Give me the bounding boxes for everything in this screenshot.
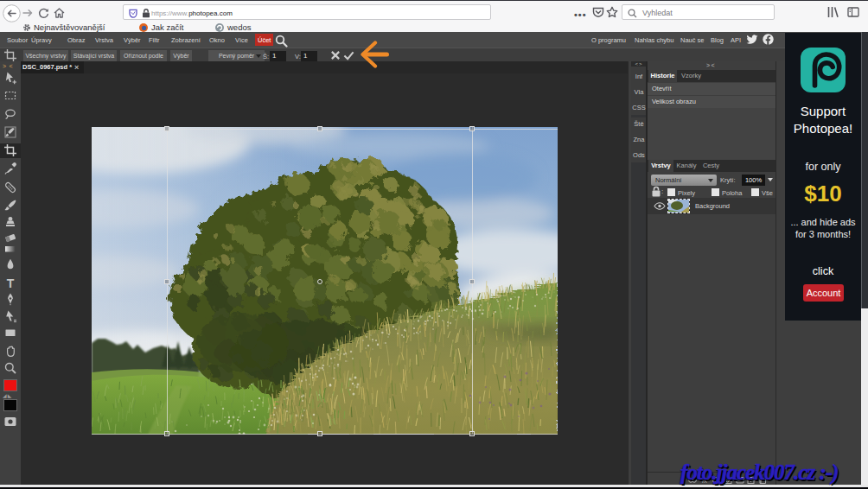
- svg-text:T: T: [7, 276, 15, 290]
